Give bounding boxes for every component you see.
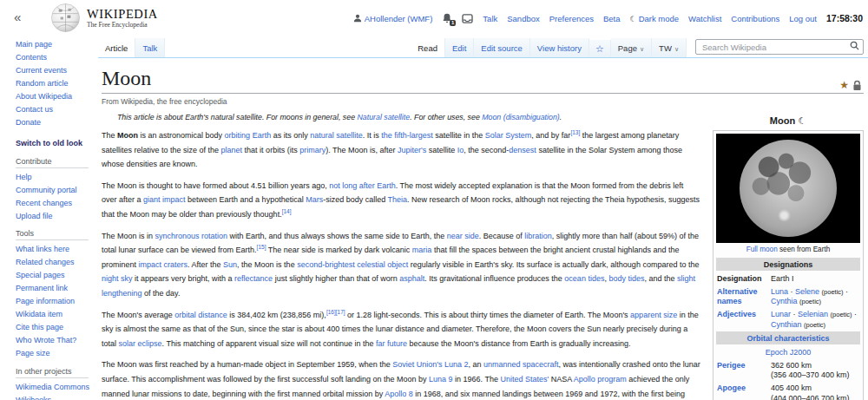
inline-link[interactable]: J2000 bbox=[790, 348, 812, 357]
tab-talk[interactable]: Talk bbox=[135, 38, 165, 57]
inline-link[interactable]: unmanned spacecraft bbox=[483, 360, 559, 369]
inline-link[interactable]: Soviet Union's bbox=[392, 360, 442, 369]
inline-link[interactable]: [16][17] bbox=[326, 309, 345, 315]
inline-link[interactable]: Selene bbox=[795, 287, 819, 296]
inline-link[interactable]: [15] bbox=[257, 244, 266, 250]
watch-star-button[interactable]: ☆ bbox=[589, 40, 611, 57]
sidebar-item-recent-changes[interactable]: Recent changes bbox=[16, 199, 98, 208]
inline-link[interactable]: orbital distance bbox=[174, 311, 227, 319]
inline-link[interactable]: Theia bbox=[388, 195, 408, 204]
sidebar-item-related-changes[interactable]: Related changes bbox=[16, 258, 98, 267]
sidebar-link[interactable]: Switch to old look bbox=[16, 139, 82, 148]
inline-link[interactable]: apparent size bbox=[630, 311, 677, 319]
search-icon[interactable] bbox=[850, 41, 859, 50]
sidebar-link[interactable]: Contact us bbox=[16, 105, 53, 114]
inline-link[interactable]: United States' bbox=[500, 375, 549, 384]
sidebar-link[interactable]: Page size bbox=[16, 349, 50, 357]
header-link-dark-mode[interactable]: ☾Dark mode bbox=[630, 14, 680, 23]
inline-link[interactable]: body tides bbox=[608, 274, 644, 283]
dropdown-page[interactable]: Page∨ bbox=[611, 38, 652, 57]
sidebar-item-wikimedia-commons[interactable]: Wikimedia Commons bbox=[16, 383, 98, 392]
sidebar-item-who-wrote-that-[interactable]: Who Wrote That? bbox=[16, 336, 98, 345]
inline-link[interactable]: planet bbox=[221, 146, 243, 154]
sidebar-item-wikibooks[interactable]: Wikibooks bbox=[16, 396, 98, 400]
sidebar-item-community-portal[interactable]: Community portal bbox=[16, 186, 98, 195]
sidebar-item-random-article[interactable]: Random article bbox=[16, 79, 98, 89]
header-link-watchlist[interactable]: Watchlist bbox=[688, 14, 721, 23]
inline-link[interactable]: Alternative names bbox=[717, 287, 758, 306]
inline-link[interactable]: second-brightest celestial object bbox=[297, 260, 408, 269]
inline-link[interactable]: Full moon bbox=[746, 246, 778, 253]
sidebar-link[interactable]: Page information bbox=[16, 297, 75, 305]
tab-view-history[interactable]: View history bbox=[530, 38, 589, 57]
user-profile-link[interactable]: AHollender (WMF) bbox=[353, 14, 433, 23]
sidebar-link[interactable]: Special pages bbox=[16, 271, 65, 279]
inline-link[interactable]: far future bbox=[376, 339, 407, 348]
sidebar-link[interactable]: Main page bbox=[16, 40, 52, 49]
sidebar-item-special-pages[interactable]: Special pages bbox=[16, 271, 98, 280]
sidebar-link[interactable]: Wikibooks bbox=[16, 396, 51, 400]
inline-link[interactable]: giant impact bbox=[143, 195, 186, 204]
sidebar-link[interactable]: Wikidata item bbox=[16, 310, 62, 318]
inline-link[interactable]: Apogee bbox=[717, 384, 746, 392]
inline-link[interactable]: Luna 9 bbox=[429, 375, 453, 384]
header-link-talk[interactable]: Talk bbox=[483, 14, 497, 23]
header-link-contributions[interactable]: Contributions bbox=[731, 14, 779, 23]
inline-link[interactable]: Apollo program bbox=[574, 375, 627, 384]
inline-link[interactable]: Earth bbox=[253, 131, 272, 140]
search-input[interactable] bbox=[695, 39, 864, 55]
inline-link[interactable]: the fifth-largest bbox=[381, 131, 433, 140]
inline-link[interactable]: Solar System bbox=[485, 131, 532, 140]
inline-link[interactable]: synchronous rotation bbox=[155, 232, 228, 240]
sidebar-link[interactable]: Help bbox=[16, 173, 32, 181]
inline-link[interactable]: libration bbox=[524, 232, 552, 240]
inline-link[interactable]: ocean tides bbox=[564, 274, 604, 283]
sidebar-item-current-events[interactable]: Current events bbox=[16, 66, 98, 75]
inline-link[interactable]: Lunar bbox=[771, 310, 791, 318]
sidebar-item-cite-this-page[interactable]: Cite this page bbox=[16, 323, 98, 332]
tab-edit[interactable]: Edit bbox=[445, 38, 474, 57]
sidebar-link[interactable]: Permanent link bbox=[16, 284, 68, 292]
sidebar-item-main-page[interactable]: Main page bbox=[16, 40, 98, 49]
inline-link[interactable]: Cynthia bbox=[771, 297, 798, 305]
sidebar-item-upload-file[interactable]: Upload file bbox=[16, 212, 98, 221]
header-link-sandbox[interactable]: Sandbox bbox=[507, 14, 540, 23]
sidebar-link[interactable]: Related changes bbox=[16, 258, 75, 266]
inline-link[interactable]: night sky bbox=[102, 274, 133, 283]
sidebar-item-permanent-link[interactable]: Permanent link bbox=[16, 284, 98, 293]
sidebar-link[interactable]: Current events bbox=[16, 66, 67, 75]
header-link-log-out[interactable]: Log out bbox=[789, 14, 817, 23]
inline-link[interactable]: asphalt bbox=[399, 274, 424, 283]
sidebar-link[interactable]: Upload file bbox=[16, 212, 53, 220]
inline-link[interactable]: densest bbox=[509, 146, 536, 154]
inline-link[interactable]: solar eclipse bbox=[119, 339, 162, 348]
sidebar-item-what-links-here[interactable]: What links here bbox=[16, 245, 98, 254]
inline-link[interactable]: primary bbox=[299, 146, 326, 154]
wikipedia-logo[interactable]: WIKIPEDIA The Free Encyclopedia bbox=[50, 3, 158, 33]
sidebar-link[interactable]: Donate bbox=[16, 118, 41, 127]
inline-link[interactable]: Orbital characteristics bbox=[746, 334, 829, 343]
tab-read[interactable]: Read bbox=[411, 38, 445, 57]
sidebar-item-help[interactable]: Help bbox=[16, 173, 98, 182]
header-link-preferences[interactable]: Preferences bbox=[549, 14, 594, 23]
sidebar-link[interactable]: Recent changes bbox=[16, 199, 72, 207]
inline-link[interactable]: [13] bbox=[570, 129, 580, 135]
inline-link[interactable]: Moon (disambiguation) bbox=[482, 113, 559, 121]
infobox-image[interactable] bbox=[716, 134, 860, 243]
sidebar-item-page-size[interactable]: Page size bbox=[16, 349, 98, 358]
inline-link[interactable]: Adjectives bbox=[717, 310, 756, 318]
inline-link[interactable]: Cynthian bbox=[771, 320, 802, 329]
inline-link[interactable]: reflectance bbox=[234, 274, 273, 283]
sidebar-link[interactable]: About Wikipedia bbox=[16, 92, 72, 101]
sidebar-link[interactable]: Random article bbox=[16, 79, 69, 88]
inline-link[interactable]: Luna 2 bbox=[444, 360, 469, 369]
messages-tray-icon[interactable] bbox=[462, 14, 473, 23]
sidebar-link[interactable]: Community portal bbox=[16, 186, 77, 194]
sidebar-item-contents[interactable]: Contents bbox=[16, 53, 98, 62]
sidebar-link[interactable]: Cite this page bbox=[16, 323, 63, 331]
inline-link[interactable]: Apollo 8 bbox=[385, 390, 413, 398]
sidebar-link[interactable]: What links here bbox=[16, 245, 69, 253]
inline-link[interactable]: not long after Earth bbox=[329, 181, 396, 190]
sidebar-item-contact-us[interactable]: Contact us bbox=[16, 105, 98, 115]
sidebar-item-about-wikipedia[interactable]: About Wikipedia bbox=[16, 92, 98, 102]
